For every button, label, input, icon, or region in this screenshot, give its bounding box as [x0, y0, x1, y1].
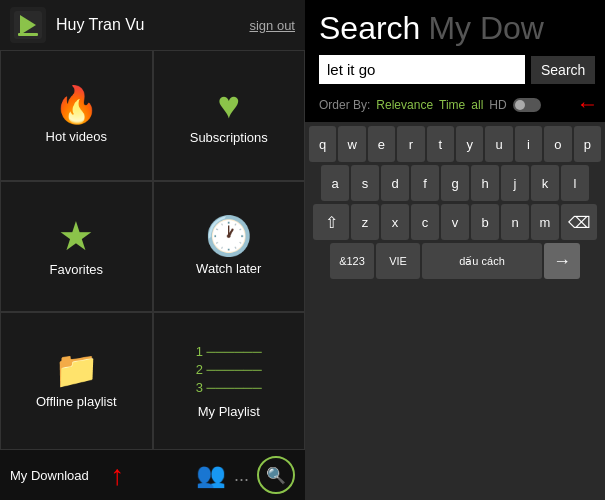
menu-item-offline-playlist[interactable]: 📁 Offline playlist [0, 312, 153, 450]
search-circle-button[interactable]: 🔍 [257, 456, 295, 494]
group-icon: 👥 [196, 461, 226, 489]
key-space[interactable]: dấu cách [422, 243, 542, 279]
key-p[interactable]: p [574, 126, 601, 162]
mydownload-subtitle: My Dow [428, 10, 544, 47]
keyboard-row-3: ⇧ z x c v b n m ⌫ [309, 204, 601, 240]
key-b[interactable]: b [471, 204, 499, 240]
search-button[interactable]: Search [531, 56, 595, 84]
favorites-label: Favorites [50, 262, 103, 277]
menu-item-favorites[interactable]: ★ Favorites [0, 181, 153, 312]
key-e[interactable]: e [368, 126, 395, 162]
clock-icon: 🕐 [205, 217, 252, 255]
menu-item-my-playlist[interactable]: 1 ────── 2 ────── 3 ────── My Playlist [153, 312, 306, 450]
key-y[interactable]: y [456, 126, 483, 162]
key-t[interactable]: t [427, 126, 454, 162]
fire-icon: 🔥 [54, 87, 99, 123]
keyboard-row-2: a s d f g h j k l [309, 165, 601, 201]
menu-item-subscriptions[interactable]: ♥ Subscriptions [153, 50, 306, 181]
key-c[interactable]: c [411, 204, 439, 240]
search-input[interactable] [319, 55, 525, 84]
relevance-link[interactable]: Relevance [376, 98, 433, 112]
search-icon: 🔍 [266, 466, 286, 485]
left-panel: Huy Tran Vu sign out 🔥 Hot videos ♥ Subs… [0, 0, 305, 500]
keyboard-row-1: q w e r t y u i o p [309, 126, 601, 162]
hd-label: HD [489, 98, 506, 112]
key-enter[interactable]: → [544, 243, 580, 279]
bottom-bar: My Download 👥 ... 🔍 ↓ [0, 450, 305, 500]
key-q[interactable]: q [309, 126, 336, 162]
key-x[interactable]: x [381, 204, 409, 240]
app-logo [10, 7, 46, 43]
key-backspace[interactable]: ⌫ [561, 204, 597, 240]
key-u[interactable]: u [485, 126, 512, 162]
search-header: Search My Dow [305, 0, 605, 51]
offline-playlist-label: Offline playlist [36, 394, 117, 409]
red-arrow-indicator: ↓ [110, 463, 124, 495]
heart-icon: ♥ [217, 86, 240, 124]
key-v[interactable]: v [441, 204, 469, 240]
key-g[interactable]: g [441, 165, 469, 201]
hd-toggle[interactable] [513, 98, 541, 112]
key-shift[interactable]: ⇧ [313, 204, 349, 240]
key-m[interactable]: m [531, 204, 559, 240]
my-playlist-label: My Playlist [198, 404, 260, 419]
bottom-icons: 👥 ... 🔍 [196, 456, 295, 494]
menu-item-watch-later[interactable]: 🕐 Watch later [153, 181, 306, 312]
menu-grid: 🔥 Hot videos ♥ Subscriptions ★ Favorites… [0, 50, 305, 450]
key-w[interactable]: w [338, 126, 365, 162]
search-page-title: Search [319, 10, 420, 47]
search-bar: Search [305, 51, 605, 88]
playlist-icon: 1 ────── 2 ────── 3 ────── [196, 343, 262, 398]
key-d[interactable]: d [381, 165, 409, 201]
key-n[interactable]: n [501, 204, 529, 240]
more-options[interactable]: ... [234, 465, 249, 486]
all-link[interactable]: all [471, 98, 483, 112]
sign-out-button[interactable]: sign out [249, 18, 295, 33]
menu-grid-area: 🔥 Hot videos ♥ Subscriptions ★ Favorites… [0, 50, 305, 500]
key-a[interactable]: a [321, 165, 349, 201]
key-s[interactable]: s [351, 165, 379, 201]
key-z[interactable]: z [351, 204, 379, 240]
username: Huy Tran Vu [56, 16, 239, 34]
app-header: Huy Tran Vu sign out [0, 0, 305, 50]
order-bar: Order By: Relevance Time all HD ↑ [305, 88, 605, 122]
key-r[interactable]: r [397, 126, 424, 162]
my-download-label: My Download [10, 468, 89, 483]
svg-rect-2 [18, 33, 38, 36]
time-link[interactable]: Time [439, 98, 465, 112]
keyboard: q w e r t y u i o p a s d f g h j k l ⇧ … [305, 122, 605, 500]
red-arrow-search: ↑ [573, 100, 599, 111]
star-icon: ★ [58, 216, 94, 256]
key-l[interactable]: l [561, 165, 589, 201]
menu-item-hot-videos[interactable]: 🔥 Hot videos [0, 50, 153, 181]
key-i[interactable]: i [515, 126, 542, 162]
right-panel: Search My Dow Search Order By: Relevance… [305, 0, 605, 500]
key-h[interactable]: h [471, 165, 499, 201]
key-j[interactable]: j [501, 165, 529, 201]
keyboard-row-4: &123 VIE dấu cách → [309, 243, 601, 279]
key-f[interactable]: f [411, 165, 439, 201]
subscriptions-label: Subscriptions [190, 130, 268, 145]
watch-later-label: Watch later [196, 261, 261, 276]
key-k[interactable]: k [531, 165, 559, 201]
folder-icon: 📁 [54, 352, 99, 388]
hd-toggle-knob [515, 100, 525, 110]
key-o[interactable]: o [544, 126, 571, 162]
key-numbers[interactable]: &123 [330, 243, 374, 279]
key-language[interactable]: VIE [376, 243, 420, 279]
order-by-label: Order By: [319, 98, 370, 112]
hot-videos-label: Hot videos [46, 129, 107, 144]
